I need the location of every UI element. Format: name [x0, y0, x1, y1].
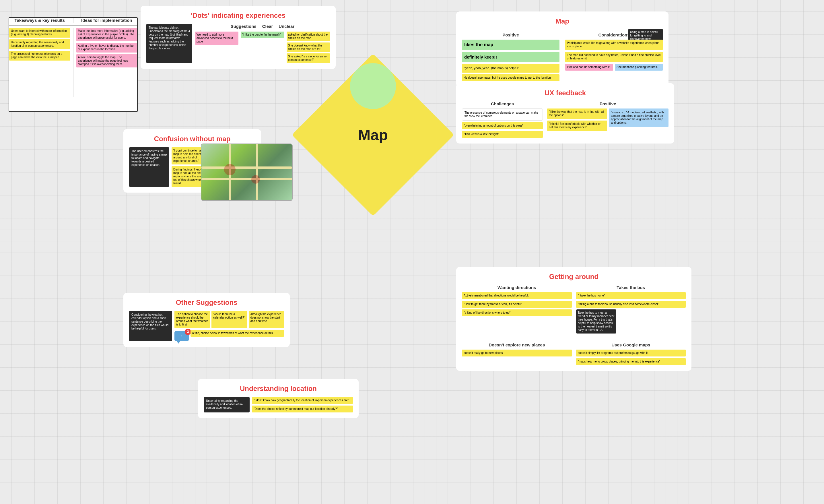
understanding-location-section: Understanding location Uncertainty regar…: [198, 379, 358, 418]
map-diamond-container: Map: [301, 63, 445, 207]
map-image-inner: [201, 144, 292, 200]
other-suggestions-title: Other Suggestions: [129, 299, 284, 307]
no-explore-note-1: doesn't really go to new places: [462, 349, 572, 357]
bus-note-2: "taking a bus to their house usually als…: [576, 301, 686, 308]
ux-feedback-title: UX feedback: [462, 89, 668, 97]
takeaways-col-header: Takeaways & key results: [9, 18, 70, 23]
wanting-note-3: "a kind of live directions where to go": [462, 309, 572, 316]
getting-around-section: Getting around Wanting directions Active…: [456, 267, 692, 371]
dots-col-unclear: Unclear: [279, 24, 294, 29]
map-cons-3: I felt and can do something with it: [565, 64, 613, 71]
bus-note-3: Take the bus to meet a friend or family …: [576, 309, 616, 333]
ux-pos-2: "I think I feel comfortable with whether…: [547, 120, 607, 131]
dots-col-suggestions: Suggestions: [231, 24, 256, 29]
map-pos-2: definitely keep!!: [462, 52, 559, 62]
no-explore-header: Doesn't explore new places: [462, 342, 572, 347]
ux-challenge-2: "overwhelming amount of options on this …: [462, 122, 543, 129]
takeaways-box: Takeaways & key results Ideas for implem…: [9, 17, 138, 112]
other-black-note: Considering the weather, calendar option…: [129, 311, 172, 341]
map-cons-2: The map did not need to have any notes, …: [565, 52, 663, 62]
map-pos-4: He doesn't use maps, but he uses google …: [462, 74, 559, 81]
impl-note-1: Make the dots more informative (e.g. add…: [76, 28, 137, 41]
dots-unclear-1: asked for clarification about the circle…: [287, 31, 330, 41]
other-suggestions-section: Other Suggestions Considering the weathe…: [123, 293, 290, 347]
google-note-2: "maps help me to group places, bringing …: [576, 358, 686, 365]
implementation-col-header: Ideas for implementation: [76, 18, 137, 23]
other-note-1: The option to choose the experience shou…: [175, 311, 210, 328]
wanting-directions-header: Wanting directions: [462, 285, 572, 290]
other-badge: 3: [185, 329, 191, 335]
ux-challenge-3: "This view is a little bit tight": [462, 131, 543, 138]
dots-black-note: The participants did not understand the …: [146, 24, 192, 63]
impl-note-2: Adding a live on hover to display the nu…: [76, 43, 137, 53]
other-chat-container: ≡ 3: [175, 331, 189, 341]
other-note-3: Although the experience does not show th…: [249, 311, 284, 328]
dots-unclear-2: She doesn't know what the circles on the…: [287, 42, 330, 52]
takeaway-note-1: Users want to interact with more informa…: [9, 28, 70, 37]
impl-note-3: Allow users to toggle the map. The exper…: [76, 54, 137, 68]
location-note-1: "I don't know how geographically the loc…: [252, 397, 353, 404]
map-cons-1: Participants would like to go along with…: [565, 39, 663, 50]
map-col-positive: Positive: [462, 32, 559, 37]
wanting-note-1: Actively mentioned that directions would…: [462, 292, 572, 299]
other-note-4: a title, choice below in few words of wh…: [191, 330, 284, 337]
other-note-2: 'would there be a calendar option as wel…: [211, 311, 247, 328]
ux-pos-3: "more cre..." A modernized aesthetic, wi…: [609, 108, 669, 127]
map-center-label: Map: [358, 126, 388, 143]
confusion-black-note: The user emphasizes the importance of ha…: [129, 147, 169, 187]
takeaway-note-3: The process of numerous elements on a pa…: [9, 51, 70, 61]
map-pos-3: "yeah, yeah, yeah, (the map is) helpful": [462, 64, 559, 72]
location-note-2: "Does the choice reflect by our nearest …: [252, 406, 353, 412]
map-pos-1: likes the map: [462, 39, 559, 50]
map-cons-4: She mentions planning features.: [615, 64, 663, 71]
dots-clear-1: "I like the purple (in the map!)": [241, 31, 284, 38]
dots-title: 'Dots' indicating experiences: [146, 11, 330, 19]
map-image: [201, 143, 293, 201]
dots-suggestion-1: We need to add more advanced access to t…: [195, 31, 238, 45]
ux-feedback-section: UX feedback Challenges The presence of n…: [456, 83, 674, 143]
understanding-location-title: Understanding location: [204, 385, 353, 393]
dots-unclear-3: She asked 'is a circle for an in-person …: [287, 54, 330, 63]
map-circle: [350, 63, 396, 109]
bus-note-1: "I take the bus home": [576, 292, 686, 299]
getting-around-title: Getting around: [462, 273, 686, 281]
ux-challenge-1: The presence of numerous elements on a p…: [462, 108, 543, 120]
takes-bus-header: Takes the bus: [576, 285, 686, 290]
ux-pos-1: "I like the way that the map is in line …: [547, 108, 607, 119]
dots-col-clear: Clear: [262, 24, 273, 29]
location-black-note: Uncertainty regarding the availability a…: [204, 397, 249, 412]
takeaway-note-2: Uncertainty regarding the seasonality an…: [9, 39, 70, 49]
google-note-1: doesn't simply list programs but prefers…: [576, 349, 686, 357]
map-section-title: Map: [462, 17, 663, 25]
wanting-note-2: "How to get there by transit or cab, it'…: [462, 301, 572, 308]
ux-col-positive: Positive: [547, 101, 668, 106]
google-maps-header: Uses Google maps: [576, 342, 686, 347]
confusion-title: Confusion without map: [129, 135, 255, 143]
dots-section: 'Dots' indicating experiences The partic…: [140, 6, 336, 69]
ux-col-challenges: Challenges: [462, 101, 543, 106]
map-section: Map Using a map is helpful for getting t…: [456, 11, 668, 87]
